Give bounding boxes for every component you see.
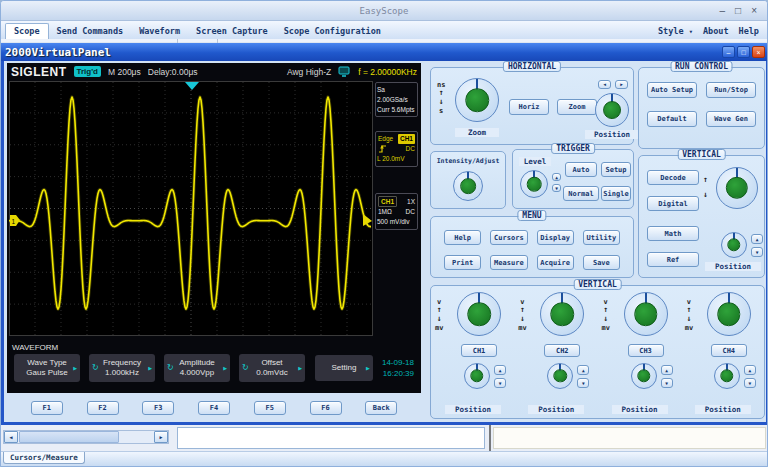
run-stop-button[interactable]: Run/Stop — [706, 82, 756, 98]
print-button[interactable]: Print — [444, 255, 481, 270]
horizontal-scrollbar[interactable]: ◀ ▶ — [3, 430, 169, 444]
trigger-level: L 20.0mV — [377, 154, 416, 164]
trigger-normal-button[interactable]: Normal — [563, 186, 599, 201]
vertical-position-knob[interactable] — [721, 232, 747, 258]
tab-scope[interactable]: Scope — [5, 23, 49, 39]
close-icon[interactable]: × — [751, 6, 757, 16]
trigger-coupling: DC — [406, 144, 415, 154]
tab-scope-configuration[interactable]: Scope Configuration — [276, 24, 389, 39]
tab-screen-capture[interactable]: Screen Capture — [188, 24, 276, 39]
ch1-position-down-button[interactable]: ▼ — [494, 378, 506, 388]
horizontal-position-knob[interactable] — [595, 93, 629, 127]
ch2-button[interactable]: CH2 — [544, 344, 580, 357]
maximize-icon[interactable]: □ — [735, 6, 741, 16]
cursors-measure-tab[interactable]: Cursors/Measure — [3, 452, 85, 464]
menubar: Scope Send Commands Waveform Screen Capt… — [1, 21, 767, 39]
channel-coupling: DC — [406, 207, 415, 217]
ref-button[interactable]: Ref — [647, 252, 699, 267]
ch2-position-down-button[interactable]: ▼ — [577, 378, 589, 388]
ch2-position-knob[interactable] — [547, 363, 573, 389]
help-button[interactable]: Help — [444, 230, 481, 245]
cursors-button[interactable]: Cursors — [490, 230, 527, 245]
tab-send-commands[interactable]: Send Commands — [49, 24, 132, 39]
volts-units-indicator: v ↑ ↓ mv — [685, 298, 693, 332]
f6-button[interactable]: F6 — [310, 401, 342, 415]
back-button[interactable]: Back — [365, 401, 397, 415]
trigger-level-knob[interactable] — [520, 170, 548, 198]
about-menu[interactable]: About — [703, 26, 729, 36]
zoom-button[interactable]: Zoom — [557, 99, 597, 115]
ch4-button[interactable]: CH4 — [711, 344, 747, 357]
horiz-button[interactable]: Horiz — [509, 99, 549, 115]
default-button[interactable]: Default — [647, 111, 697, 127]
vertical-right-group: VERTICAL Decode Digital ↑ ↓ Math Ref ▲ ▼ — [638, 155, 765, 278]
position-up-button[interactable]: ▲ — [751, 234, 763, 244]
ch4-position-down-button[interactable]: ▼ — [744, 378, 756, 388]
ch3-position-knob[interactable] — [631, 363, 657, 389]
position-down-button[interactable]: ▼ — [751, 247, 763, 257]
display-button[interactable]: Display — [537, 230, 574, 245]
vp-minimize-icon[interactable]: – — [722, 46, 735, 58]
utility-button[interactable]: Utility — [583, 230, 620, 245]
f3-button[interactable]: F3 — [142, 401, 174, 415]
vp-close-icon[interactable]: × — [752, 46, 765, 58]
control-panel: HORIZONTAL ns ↑ ↓ s Zoom Horiz Zoom ◀ ▶ — [424, 61, 768, 425]
trigger-auto-button[interactable]: Auto — [565, 162, 597, 177]
frequency-counter: f = 2.00000KHz — [358, 67, 417, 77]
scroll-left-icon[interactable]: ◀ — [4, 431, 18, 443]
acquire-button[interactable]: Acquire — [537, 255, 574, 270]
scrollbar-thumb[interactable] — [19, 431, 119, 443]
f5-button[interactable]: F5 — [254, 401, 286, 415]
ch3-button[interactable]: CH3 — [628, 344, 664, 357]
f2-button[interactable]: F2 — [87, 401, 119, 415]
decode-button[interactable]: Decode — [647, 170, 699, 185]
timebase-readout: M 200μs — [108, 67, 141, 77]
ch1-position-knob[interactable] — [464, 363, 490, 389]
ch1-scale-knob[interactable] — [457, 292, 501, 336]
measure-button[interactable]: Measure — [490, 255, 527, 270]
f1-button[interactable]: F1 — [31, 401, 63, 415]
ch4-position-up-button[interactable]: ▲ — [744, 365, 756, 375]
ch3-scale-knob[interactable] — [624, 292, 668, 336]
ch3-position-down-button[interactable]: ▼ — [661, 378, 673, 388]
ch1-position-up-button[interactable]: ▲ — [494, 365, 506, 375]
statusbar: Cursors/Measure — [1, 451, 767, 466]
ch3-position-up-button[interactable]: ▲ — [661, 365, 673, 375]
softkey-frequency[interactable]: ↻ Frequency 1.000kHz ▶ — [89, 354, 155, 382]
level-up-button[interactable]: ▲ — [552, 173, 561, 181]
channel-cluster-ch3: v ↑ ↓ mv CH3 ▲ ▼ — [598, 288, 681, 418]
scroll-right-icon[interactable]: ▶ — [154, 431, 168, 443]
ch2-scale-knob[interactable] — [540, 292, 584, 336]
f4-button[interactable]: F4 — [198, 401, 230, 415]
ch4-scale-knob[interactable] — [707, 292, 751, 336]
help-menu[interactable]: Help — [739, 26, 759, 36]
wave-gen-button[interactable]: Wave Gen — [706, 111, 756, 127]
ch2-position-up-button[interactable]: ▲ — [577, 365, 589, 375]
minimize-icon[interactable]: – — [720, 6, 726, 16]
auto-setup-button[interactable]: Auto Setup — [647, 82, 697, 98]
softkey-amplitude[interactable]: ↻ Amplitude 4.000Vpp ▶ — [164, 354, 230, 382]
position-left-button[interactable]: ◀ — [598, 80, 611, 89]
trigger-setup-button[interactable]: Setup — [601, 162, 631, 177]
easyscope-window: EasyScope – □ × Scope Send Commands Wave… — [0, 0, 768, 467]
math-button[interactable]: Math — [647, 226, 699, 241]
ch1-button[interactable]: CH1 — [461, 344, 497, 357]
style-menu[interactable]: Style ▾ — [658, 26, 693, 36]
position-right-button[interactable]: ▶ — [615, 80, 628, 89]
digital-button[interactable]: Digital — [647, 196, 699, 211]
virtual-panel-titlebar[interactable]: 2000VirtualPanel – □ × — [1, 43, 768, 61]
save-button[interactable]: Save — [583, 255, 620, 270]
trigger-group: TRIGGER Level ▲ ▼ Auto Setup Normal Sing… — [512, 149, 634, 209]
level-down-button[interactable]: ▼ — [552, 184, 561, 192]
intensity-adjust-knob[interactable] — [453, 171, 483, 201]
horizontal-group: HORIZONTAL ns ↑ ↓ s Zoom Horiz Zoom ◀ ▶ — [430, 67, 634, 145]
softkey-wave-type[interactable]: Wave Type Gaus Pulse ▶ — [14, 354, 80, 382]
vertical-scale-knob[interactable] — [716, 167, 758, 209]
ch4-position-knob[interactable] — [714, 363, 740, 389]
tab-waveform[interactable]: Waveform — [131, 24, 188, 39]
horizontal-scale-knob[interactable] — [455, 78, 499, 122]
trigger-single-button[interactable]: Single — [601, 186, 631, 201]
softkey-setting[interactable]: Setting ▶ — [315, 355, 373, 381]
softkey-offset[interactable]: ↻ Offset 0.0mVdc ▶ — [239, 354, 305, 382]
vp-maximize-icon[interactable]: □ — [737, 46, 750, 58]
